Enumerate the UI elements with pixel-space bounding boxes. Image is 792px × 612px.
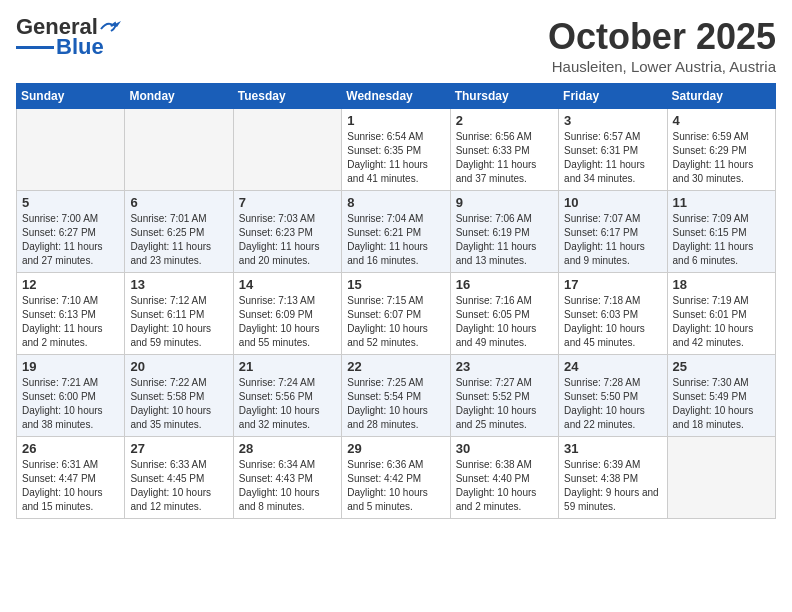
day-detail: Sunrise: 7:27 AMSunset: 5:52 PMDaylight:…: [456, 376, 553, 432]
day-number: 21: [239, 359, 336, 374]
calendar-cell: 24Sunrise: 7:28 AMSunset: 5:50 PMDayligh…: [559, 355, 667, 437]
day-detail: Sunrise: 7:30 AMSunset: 5:49 PMDaylight:…: [673, 376, 770, 432]
day-number: 9: [456, 195, 553, 210]
day-number: 5: [22, 195, 119, 210]
day-detail: Sunrise: 7:06 AMSunset: 6:19 PMDaylight:…: [456, 212, 553, 268]
day-detail: Sunrise: 6:34 AMSunset: 4:43 PMDaylight:…: [239, 458, 336, 514]
day-number: 15: [347, 277, 444, 292]
day-detail: Sunrise: 6:57 AMSunset: 6:31 PMDaylight:…: [564, 130, 661, 186]
day-detail: Sunrise: 7:28 AMSunset: 5:50 PMDaylight:…: [564, 376, 661, 432]
day-detail: Sunrise: 7:04 AMSunset: 6:21 PMDaylight:…: [347, 212, 444, 268]
day-detail: Sunrise: 7:24 AMSunset: 5:56 PMDaylight:…: [239, 376, 336, 432]
day-number: 22: [347, 359, 444, 374]
calendar-cell: 3Sunrise: 6:57 AMSunset: 6:31 PMDaylight…: [559, 109, 667, 191]
calendar-table: SundayMondayTuesdayWednesdayThursdayFrid…: [16, 83, 776, 519]
calendar-cell: 10Sunrise: 7:07 AMSunset: 6:17 PMDayligh…: [559, 191, 667, 273]
calendar-cell: 16Sunrise: 7:16 AMSunset: 6:05 PMDayligh…: [450, 273, 558, 355]
calendar-cell: 15Sunrise: 7:15 AMSunset: 6:07 PMDayligh…: [342, 273, 450, 355]
day-detail: Sunrise: 7:03 AMSunset: 6:23 PMDaylight:…: [239, 212, 336, 268]
calendar-cell: 11Sunrise: 7:09 AMSunset: 6:15 PMDayligh…: [667, 191, 775, 273]
day-detail: Sunrise: 7:16 AMSunset: 6:05 PMDaylight:…: [456, 294, 553, 350]
day-number: 19: [22, 359, 119, 374]
calendar-cell: 31Sunrise: 6:39 AMSunset: 4:38 PMDayligh…: [559, 437, 667, 519]
day-number: 10: [564, 195, 661, 210]
calendar-cell: 17Sunrise: 7:18 AMSunset: 6:03 PMDayligh…: [559, 273, 667, 355]
day-detail: Sunrise: 7:10 AMSunset: 6:13 PMDaylight:…: [22, 294, 119, 350]
day-detail: Sunrise: 7:09 AMSunset: 6:15 PMDaylight:…: [673, 212, 770, 268]
calendar-cell: 2Sunrise: 6:56 AMSunset: 6:33 PMDaylight…: [450, 109, 558, 191]
weekday-header-sunday: Sunday: [17, 84, 125, 109]
calendar-cell: 20Sunrise: 7:22 AMSunset: 5:58 PMDayligh…: [125, 355, 233, 437]
day-number: 13: [130, 277, 227, 292]
day-number: 26: [22, 441, 119, 456]
calendar-cell: 29Sunrise: 6:36 AMSunset: 4:42 PMDayligh…: [342, 437, 450, 519]
page-header: General Blue October 2025 Hausleiten, Lo…: [16, 16, 776, 75]
calendar-cell: 22Sunrise: 7:25 AMSunset: 5:54 PMDayligh…: [342, 355, 450, 437]
day-number: 17: [564, 277, 661, 292]
day-number: 27: [130, 441, 227, 456]
weekday-header-tuesday: Tuesday: [233, 84, 341, 109]
day-detail: Sunrise: 7:00 AMSunset: 6:27 PMDaylight:…: [22, 212, 119, 268]
weekday-header-monday: Monday: [125, 84, 233, 109]
day-detail: Sunrise: 6:54 AMSunset: 6:35 PMDaylight:…: [347, 130, 444, 186]
day-number: 20: [130, 359, 227, 374]
logo-blue: Blue: [56, 36, 104, 58]
calendar-cell: 9Sunrise: 7:06 AMSunset: 6:19 PMDaylight…: [450, 191, 558, 273]
day-number: 6: [130, 195, 227, 210]
day-number: 30: [456, 441, 553, 456]
day-number: 31: [564, 441, 661, 456]
weekday-header-friday: Friday: [559, 84, 667, 109]
day-detail: Sunrise: 7:19 AMSunset: 6:01 PMDaylight:…: [673, 294, 770, 350]
calendar-cell: 23Sunrise: 7:27 AMSunset: 5:52 PMDayligh…: [450, 355, 558, 437]
calendar-cell: 5Sunrise: 7:00 AMSunset: 6:27 PMDaylight…: [17, 191, 125, 273]
location-title: Hausleiten, Lower Austria, Austria: [548, 58, 776, 75]
day-number: 12: [22, 277, 119, 292]
calendar-week-row: 1Sunrise: 6:54 AMSunset: 6:35 PMDaylight…: [17, 109, 776, 191]
calendar-cell: 6Sunrise: 7:01 AMSunset: 6:25 PMDaylight…: [125, 191, 233, 273]
day-detail: Sunrise: 6:33 AMSunset: 4:45 PMDaylight:…: [130, 458, 227, 514]
day-detail: Sunrise: 7:22 AMSunset: 5:58 PMDaylight:…: [130, 376, 227, 432]
calendar-cell: [17, 109, 125, 191]
calendar-cell: 26Sunrise: 6:31 AMSunset: 4:47 PMDayligh…: [17, 437, 125, 519]
day-number: 14: [239, 277, 336, 292]
calendar-cell: 30Sunrise: 6:38 AMSunset: 4:40 PMDayligh…: [450, 437, 558, 519]
calendar-cell: 1Sunrise: 6:54 AMSunset: 6:35 PMDaylight…: [342, 109, 450, 191]
calendar-cell: 19Sunrise: 7:21 AMSunset: 6:00 PMDayligh…: [17, 355, 125, 437]
calendar-week-row: 19Sunrise: 7:21 AMSunset: 6:00 PMDayligh…: [17, 355, 776, 437]
day-number: 3: [564, 113, 661, 128]
calendar-cell: 18Sunrise: 7:19 AMSunset: 6:01 PMDayligh…: [667, 273, 775, 355]
calendar-cell: 27Sunrise: 6:33 AMSunset: 4:45 PMDayligh…: [125, 437, 233, 519]
day-detail: Sunrise: 6:39 AMSunset: 4:38 PMDaylight:…: [564, 458, 661, 514]
calendar-cell: 14Sunrise: 7:13 AMSunset: 6:09 PMDayligh…: [233, 273, 341, 355]
day-number: 7: [239, 195, 336, 210]
day-detail: Sunrise: 7:21 AMSunset: 6:00 PMDaylight:…: [22, 376, 119, 432]
calendar-cell: [233, 109, 341, 191]
calendar-week-row: 12Sunrise: 7:10 AMSunset: 6:13 PMDayligh…: [17, 273, 776, 355]
calendar-week-row: 26Sunrise: 6:31 AMSunset: 4:47 PMDayligh…: [17, 437, 776, 519]
calendar-cell: 7Sunrise: 7:03 AMSunset: 6:23 PMDaylight…: [233, 191, 341, 273]
day-number: 1: [347, 113, 444, 128]
day-detail: Sunrise: 6:56 AMSunset: 6:33 PMDaylight:…: [456, 130, 553, 186]
day-number: 8: [347, 195, 444, 210]
calendar-cell: 13Sunrise: 7:12 AMSunset: 6:11 PMDayligh…: [125, 273, 233, 355]
weekday-header-wednesday: Wednesday: [342, 84, 450, 109]
calendar-cell: 4Sunrise: 6:59 AMSunset: 6:29 PMDaylight…: [667, 109, 775, 191]
day-number: 29: [347, 441, 444, 456]
calendar-cell: 25Sunrise: 7:30 AMSunset: 5:49 PMDayligh…: [667, 355, 775, 437]
logo: General Blue: [16, 16, 122, 58]
day-number: 16: [456, 277, 553, 292]
day-detail: Sunrise: 6:38 AMSunset: 4:40 PMDaylight:…: [456, 458, 553, 514]
calendar-week-row: 5Sunrise: 7:00 AMSunset: 6:27 PMDaylight…: [17, 191, 776, 273]
day-number: 11: [673, 195, 770, 210]
calendar-cell: [125, 109, 233, 191]
calendar-cell: 28Sunrise: 6:34 AMSunset: 4:43 PMDayligh…: [233, 437, 341, 519]
calendar-cell: 21Sunrise: 7:24 AMSunset: 5:56 PMDayligh…: [233, 355, 341, 437]
calendar-cell: [667, 437, 775, 519]
calendar-cell: 8Sunrise: 7:04 AMSunset: 6:21 PMDaylight…: [342, 191, 450, 273]
day-detail: Sunrise: 6:31 AMSunset: 4:47 PMDaylight:…: [22, 458, 119, 514]
day-number: 25: [673, 359, 770, 374]
day-detail: Sunrise: 7:13 AMSunset: 6:09 PMDaylight:…: [239, 294, 336, 350]
day-detail: Sunrise: 7:18 AMSunset: 6:03 PMDaylight:…: [564, 294, 661, 350]
day-number: 23: [456, 359, 553, 374]
day-detail: Sunrise: 7:12 AMSunset: 6:11 PMDaylight:…: [130, 294, 227, 350]
